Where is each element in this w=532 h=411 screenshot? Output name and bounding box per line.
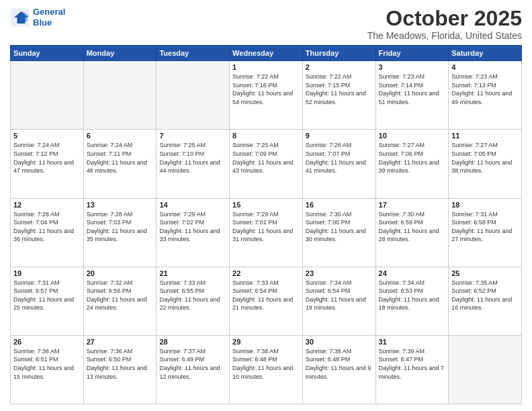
day-number: 14 bbox=[159, 201, 226, 209]
day-info: Sunrise: 7:38 AMSunset: 6:48 PMDaylight:… bbox=[232, 347, 300, 381]
day-info: Sunrise: 7:38 AMSunset: 6:48 PMDaylight:… bbox=[306, 347, 373, 381]
day-number: 17 bbox=[379, 201, 446, 209]
calendar-cell: 16Sunrise: 7:30 AMSunset: 7:00 PMDayligh… bbox=[302, 198, 375, 267]
day-info: Sunrise: 7:25 AMSunset: 7:10 PMDaylight:… bbox=[159, 141, 226, 175]
day-info: Sunrise: 7:32 AMSunset: 6:56 PMDaylight:… bbox=[87, 279, 154, 312]
day-info: Sunrise: 7:22 AMSunset: 7:16 PMDaylight:… bbox=[232, 73, 300, 106]
week-row-3: 12Sunrise: 7:28 AMSunset: 7:04 PMDayligh… bbox=[11, 198, 522, 267]
day-number: 21 bbox=[159, 269, 226, 277]
logo-general: General bbox=[33, 7, 65, 17]
day-number: 30 bbox=[306, 338, 373, 346]
calendar-cell: 31Sunrise: 7:39 AMSunset: 6:47 PMDayligh… bbox=[375, 335, 449, 404]
week-row-1: 1Sunrise: 7:22 AMSunset: 7:16 PMDaylight… bbox=[11, 61, 522, 130]
day-number: 22 bbox=[232, 269, 300, 277]
day-number: 29 bbox=[232, 338, 300, 346]
day-number: 5 bbox=[13, 132, 81, 140]
day-info: Sunrise: 7:34 AMSunset: 6:53 PMDaylight:… bbox=[379, 279, 446, 312]
weekday-header-tuesday: Tuesday bbox=[157, 46, 230, 61]
weekday-header-wednesday: Wednesday bbox=[230, 46, 303, 61]
day-info: Sunrise: 7:30 AMSunset: 6:59 PMDaylight:… bbox=[379, 210, 446, 244]
day-info: Sunrise: 7:30 AMSunset: 7:00 PMDaylight:… bbox=[306, 210, 373, 244]
calendar-cell: 6Sunrise: 7:24 AMSunset: 7:11 PMDaylight… bbox=[83, 130, 157, 198]
calendar-cell: 4Sunrise: 7:23 AMSunset: 7:13 PMDaylight… bbox=[449, 61, 522, 130]
day-info: Sunrise: 7:31 AMSunset: 6:58 PMDaylight:… bbox=[451, 210, 519, 244]
weekday-header-sunday: Sunday bbox=[11, 46, 84, 61]
day-number: 10 bbox=[379, 132, 446, 140]
calendar-cell bbox=[449, 335, 522, 404]
day-number: 16 bbox=[306, 201, 373, 209]
day-info: Sunrise: 7:29 AMSunset: 7:01 PMDaylight:… bbox=[232, 210, 300, 244]
location: The Meadows, Florida, United States bbox=[367, 30, 522, 41]
logo-icon bbox=[10, 7, 30, 28]
weekday-header-saturday: Saturday bbox=[449, 46, 522, 61]
weekday-header-friday: Friday bbox=[375, 46, 449, 61]
calendar-cell: 21Sunrise: 7:33 AMSunset: 6:55 PMDayligh… bbox=[157, 267, 230, 335]
calendar-cell: 18Sunrise: 7:31 AMSunset: 6:58 PMDayligh… bbox=[449, 198, 522, 267]
logo-text: General Blue bbox=[33, 7, 65, 28]
calendar-cell: 25Sunrise: 7:35 AMSunset: 6:52 PMDayligh… bbox=[449, 267, 522, 335]
day-info: Sunrise: 7:36 AMSunset: 6:51 PMDaylight:… bbox=[13, 347, 81, 381]
calendar-header-row: SundayMondayTuesdayWednesdayThursdayFrid… bbox=[11, 46, 522, 61]
calendar-cell: 2Sunrise: 7:22 AMSunset: 7:15 PMDaylight… bbox=[302, 61, 375, 130]
day-number: 12 bbox=[13, 201, 81, 209]
day-number: 1 bbox=[232, 63, 300, 71]
day-info: Sunrise: 7:29 AMSunset: 7:02 PMDaylight:… bbox=[159, 210, 226, 244]
month-title: October 2025 bbox=[367, 7, 522, 30]
calendar-cell: 3Sunrise: 7:23 AMSunset: 7:14 PMDaylight… bbox=[375, 61, 449, 130]
day-number: 20 bbox=[87, 269, 154, 277]
calendar-cell: 30Sunrise: 7:38 AMSunset: 6:48 PMDayligh… bbox=[302, 335, 375, 404]
calendar-cell: 10Sunrise: 7:27 AMSunset: 7:06 PMDayligh… bbox=[375, 130, 449, 198]
calendar-cell: 7Sunrise: 7:25 AMSunset: 7:10 PMDaylight… bbox=[157, 130, 230, 198]
calendar-cell: 17Sunrise: 7:30 AMSunset: 6:59 PMDayligh… bbox=[375, 198, 449, 267]
calendar-cell: 20Sunrise: 7:32 AMSunset: 6:56 PMDayligh… bbox=[83, 267, 157, 335]
day-info: Sunrise: 7:22 AMSunset: 7:15 PMDaylight:… bbox=[306, 73, 373, 106]
logo-blue: Blue bbox=[33, 17, 52, 28]
day-number: 18 bbox=[451, 201, 519, 209]
day-info: Sunrise: 7:24 AMSunset: 7:12 PMDaylight:… bbox=[13, 141, 81, 175]
calendar-cell: 5Sunrise: 7:24 AMSunset: 7:12 PMDaylight… bbox=[11, 130, 84, 198]
calendar-cell: 24Sunrise: 7:34 AMSunset: 6:53 PMDayligh… bbox=[375, 267, 449, 335]
day-info: Sunrise: 7:36 AMSunset: 6:50 PMDaylight:… bbox=[87, 347, 154, 381]
day-number: 28 bbox=[159, 338, 226, 346]
calendar-cell: 11Sunrise: 7:27 AMSunset: 7:05 PMDayligh… bbox=[449, 130, 522, 198]
day-number: 6 bbox=[87, 132, 154, 140]
day-number: 26 bbox=[13, 338, 81, 346]
day-info: Sunrise: 7:34 AMSunset: 6:54 PMDaylight:… bbox=[306, 279, 373, 312]
calendar-cell: 28Sunrise: 7:37 AMSunset: 6:49 PMDayligh… bbox=[157, 335, 230, 404]
day-info: Sunrise: 7:24 AMSunset: 7:11 PMDaylight:… bbox=[87, 141, 154, 175]
day-number: 13 bbox=[87, 201, 154, 209]
weekday-header-monday: Monday bbox=[83, 46, 157, 61]
day-number: 4 bbox=[451, 63, 519, 71]
calendar-cell: 1Sunrise: 7:22 AMSunset: 7:16 PMDaylight… bbox=[230, 61, 303, 130]
day-number: 19 bbox=[13, 269, 81, 277]
day-info: Sunrise: 7:28 AMSunset: 7:03 PMDaylight:… bbox=[87, 210, 154, 244]
day-number: 11 bbox=[451, 132, 519, 140]
calendar-cell: 12Sunrise: 7:28 AMSunset: 7:04 PMDayligh… bbox=[11, 198, 84, 267]
day-number: 24 bbox=[379, 269, 446, 277]
calendar-cell: 14Sunrise: 7:29 AMSunset: 7:02 PMDayligh… bbox=[157, 198, 230, 267]
day-number: 15 bbox=[232, 201, 300, 209]
day-info: Sunrise: 7:33 AMSunset: 6:54 PMDaylight:… bbox=[232, 279, 300, 312]
week-row-2: 5Sunrise: 7:24 AMSunset: 7:12 PMDaylight… bbox=[11, 130, 522, 198]
day-number: 27 bbox=[87, 338, 154, 346]
day-number: 9 bbox=[306, 132, 373, 140]
day-number: 23 bbox=[306, 269, 373, 277]
day-info: Sunrise: 7:35 AMSunset: 6:52 PMDaylight:… bbox=[451, 279, 519, 312]
day-number: 3 bbox=[379, 63, 446, 71]
week-row-4: 19Sunrise: 7:31 AMSunset: 6:57 PMDayligh… bbox=[11, 267, 522, 335]
logo: General Blue bbox=[10, 7, 65, 28]
week-row-5: 26Sunrise: 7:36 AMSunset: 6:51 PMDayligh… bbox=[11, 335, 522, 404]
day-info: Sunrise: 7:28 AMSunset: 7:04 PMDaylight:… bbox=[13, 210, 81, 244]
calendar-cell bbox=[83, 61, 157, 130]
day-info: Sunrise: 7:39 AMSunset: 6:47 PMDaylight:… bbox=[379, 347, 446, 381]
calendar-cell: 15Sunrise: 7:29 AMSunset: 7:01 PMDayligh… bbox=[230, 198, 303, 267]
calendar-cell: 23Sunrise: 7:34 AMSunset: 6:54 PMDayligh… bbox=[302, 267, 375, 335]
calendar-cell: 22Sunrise: 7:33 AMSunset: 6:54 PMDayligh… bbox=[230, 267, 303, 335]
day-info: Sunrise: 7:23 AMSunset: 7:14 PMDaylight:… bbox=[379, 73, 446, 106]
day-info: Sunrise: 7:25 AMSunset: 7:09 PMDaylight:… bbox=[232, 141, 300, 175]
weekday-header-thursday: Thursday bbox=[302, 46, 375, 61]
calendar-table: SundayMondayTuesdayWednesdayThursdayFrid… bbox=[10, 45, 522, 404]
day-info: Sunrise: 7:31 AMSunset: 6:57 PMDaylight:… bbox=[13, 279, 81, 312]
header: General Blue October 2025 The Meadows, F… bbox=[10, 7, 522, 41]
calendar-cell: 8Sunrise: 7:25 AMSunset: 7:09 PMDaylight… bbox=[230, 130, 303, 198]
